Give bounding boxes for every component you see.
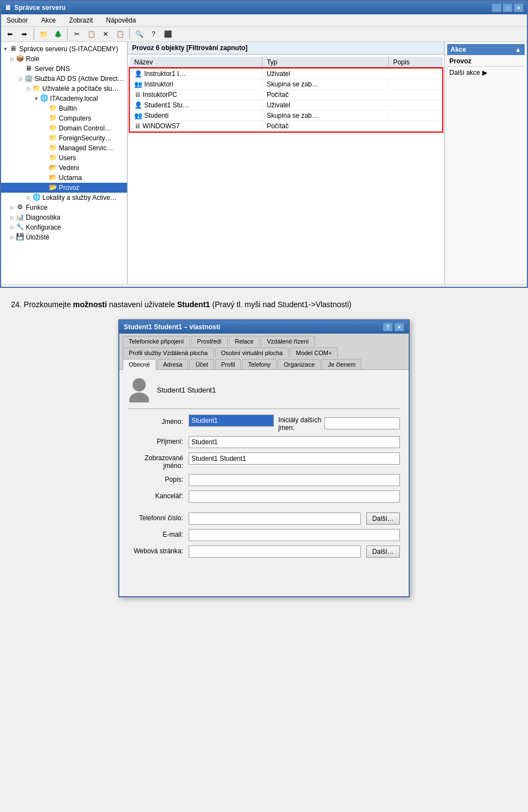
delete-button[interactable]: ✕ bbox=[99, 28, 112, 40]
tree-managed[interactable]: 📁 Managed Servic… bbox=[1, 143, 127, 153]
paste-button[interactable]: 📋 bbox=[113, 28, 127, 40]
search-button[interactable]: 🔍 bbox=[133, 28, 146, 40]
telefon-input[interactable] bbox=[189, 513, 361, 525]
tree-pane: ▼ 🖥 Správce serveru (S-ITACADEMY) ▷ 📦 Ro… bbox=[1, 42, 128, 284]
tree-vedeni[interactable]: 📂 Vedeni bbox=[1, 163, 127, 173]
tree-foreignsecurity[interactable]: 📁 ForeignSecurity… bbox=[1, 133, 127, 143]
tree-builtin[interactable]: 📁 Builtin bbox=[1, 103, 127, 113]
tab-model-com[interactable]: Model COM+ bbox=[290, 347, 338, 358]
table-row[interactable]: 👤 Instruktor1 I… Uživatel bbox=[130, 68, 442, 79]
view-button[interactable]: ⬛ bbox=[161, 28, 174, 40]
kancelar-input[interactable] bbox=[189, 491, 400, 503]
show-scope-button[interactable]: 📁 bbox=[37, 28, 50, 40]
tree-domaincontrol[interactable]: 📁 Domain Control… bbox=[1, 123, 127, 133]
tab-osobni-virtualni-plocha[interactable]: Osobní virtuální plocha bbox=[215, 347, 289, 358]
dns-server-icon: 🖥 bbox=[24, 64, 33, 73]
tab-relace[interactable]: Relace bbox=[229, 336, 260, 346]
table-row[interactable]: 🖥 WINDOWS7 Počítač bbox=[130, 121, 442, 132]
tree-users[interactable]: 📁 Users bbox=[1, 153, 127, 163]
tree-konfigurace[interactable]: ▷ 🔧 Konfigurace bbox=[1, 222, 127, 232]
back-button[interactable]: ⬅ bbox=[3, 28, 16, 40]
tab-vzdalene-rizeni[interactable]: Vzdálené řízení bbox=[261, 336, 315, 346]
cut-button[interactable]: ✂ bbox=[70, 28, 84, 40]
dialog-wrapper: Student1 Student1 – vlastnosti ? × Telef… bbox=[0, 319, 528, 614]
menu-soubor[interactable]: Soubor bbox=[3, 15, 31, 25]
minimize-button[interactable]: _ bbox=[492, 3, 502, 12]
tab-adresa[interactable]: Adresa bbox=[157, 359, 189, 369]
help-button[interactable]: ? bbox=[147, 28, 160, 40]
copy-button[interactable]: 📋 bbox=[85, 28, 98, 40]
col-type[interactable]: Typ bbox=[262, 57, 388, 68]
table-row[interactable]: 👥 Instruktori Skupina se zab… bbox=[130, 79, 442, 90]
dialog-body: Student1 Student1 Jméno: Iniciály dalšíc… bbox=[119, 370, 409, 596]
prijmeni-input[interactable] bbox=[189, 436, 400, 448]
row-name: 👤 Student1 Stu… bbox=[130, 100, 262, 111]
center-header-text: Provoz 6 objekty [Filtrování zapnuto] bbox=[132, 44, 248, 52]
dialog-close-button[interactable]: × bbox=[394, 323, 404, 331]
menu-napoveda[interactable]: Nápověda bbox=[103, 15, 140, 25]
tab-row-1: Telefonické připojení Prostředí Relace V… bbox=[119, 334, 409, 346]
row-desc bbox=[388, 121, 442, 132]
center-pane: Provoz 6 objekty [Filtrování zapnuto] Ná… bbox=[128, 42, 444, 284]
tree-diagnostika[interactable]: ▷ 📊 Diagnostika bbox=[1, 212, 127, 222]
tab-telefony[interactable]: Telefony bbox=[242, 359, 277, 369]
table-row[interactable]: 👤 Student1 Stu… Uživatel bbox=[130, 100, 442, 111]
tab-je-clenem[interactable]: Je členem bbox=[322, 359, 361, 369]
tab-profil[interactable]: Profil bbox=[215, 359, 241, 369]
inicialy-input[interactable] bbox=[324, 417, 400, 429]
tab-telefonicke-pripojeni[interactable]: Telefonické připojení bbox=[123, 336, 190, 346]
title-controls[interactable]: _ □ × bbox=[492, 3, 524, 12]
tab-profil-vzdalena-plocha[interactable]: Profil služby Vzdálená plocha bbox=[123, 347, 214, 358]
tree-root[interactable]: ▼ 🖥 Správce serveru (S-ITACADEMY) bbox=[1, 44, 127, 54]
col-name[interactable]: Název bbox=[130, 57, 262, 68]
tree-uctarna[interactable]: 📂 Uctarna bbox=[1, 173, 127, 183]
svg-point-0 bbox=[133, 378, 146, 391]
col-desc[interactable]: Popis bbox=[388, 57, 442, 68]
tree-domain[interactable]: ▼ 🌐 ITAcademy.local bbox=[1, 94, 127, 103]
tab-obecne[interactable]: Obecné bbox=[123, 359, 156, 370]
web-dalsi-button[interactable]: Další… bbox=[366, 546, 400, 558]
properties-dialog: Student1 Student1 – vlastnosti ? × Telef… bbox=[118, 319, 410, 597]
table-row[interactable]: 👥 Studenti Skupina se zab… bbox=[130, 111, 442, 121]
tree-aduc[interactable]: ▷ 📁 Uživatelé a počítače slu… bbox=[1, 84, 127, 94]
menu-akce[interactable]: Akce bbox=[38, 15, 59, 25]
tree-dns[interactable]: 🖥 Server DNS bbox=[1, 64, 127, 74]
tree-computers[interactable]: 📁 Computers bbox=[1, 113, 127, 123]
email-input[interactable] bbox=[189, 529, 400, 541]
tab-ucet[interactable]: Účet bbox=[189, 359, 214, 369]
dalsi-akce-label: Další akce bbox=[449, 69, 480, 77]
action-dalsi-akce[interactable]: Další akce ▶ bbox=[447, 68, 525, 78]
show-tree-button[interactable]: 🌲 bbox=[51, 28, 64, 40]
dialog-help-button[interactable]: ? bbox=[383, 323, 393, 331]
row-name: 👤 Instruktor1 I… bbox=[130, 68, 262, 79]
dialog-title-text: Student1 Student1 – vlastnosti bbox=[124, 323, 220, 331]
popis-input[interactable] bbox=[189, 474, 400, 486]
maximize-button[interactable]: □ bbox=[503, 3, 513, 12]
tab-row-3: Obecné Adresa Účet Profil Telefony Organ… bbox=[119, 358, 409, 370]
tree-funkce[interactable]: ▷ ⚙ Funkce bbox=[1, 203, 127, 212]
tab-organizace[interactable]: Organizace bbox=[278, 359, 321, 369]
telefon-dalsi-button[interactable]: Další… bbox=[366, 513, 400, 525]
close-button[interactable]: × bbox=[514, 3, 524, 12]
web-input[interactable] bbox=[189, 546, 361, 558]
tab-prostredi[interactable]: Prostředí bbox=[191, 336, 228, 346]
tree-provoz[interactable]: 📂 Provoz bbox=[1, 183, 127, 193]
row-name: 👥 Studenti bbox=[130, 111, 262, 121]
forward-button[interactable]: ➡ bbox=[18, 28, 31, 40]
tree-adds[interactable]: ▷ 🏢 Služba AD DS (Active Direct… bbox=[1, 74, 127, 84]
sites-expand-icon: ▷ bbox=[25, 195, 32, 200]
row-desc bbox=[388, 68, 442, 79]
tree-role[interactable]: ▷ 📦 Role bbox=[1, 54, 127, 64]
app-icon: 🖥 bbox=[4, 4, 11, 12]
table-row[interactable]: 🖥 InstuktorPC Počítač bbox=[130, 90, 442, 100]
zobrazovane-field bbox=[189, 453, 400, 465]
zobrazovane-input[interactable] bbox=[189, 453, 400, 465]
tree-sites[interactable]: ▷ 🌐 Lokality a služby Active… bbox=[1, 193, 127, 203]
dialog-title-controls[interactable]: ? × bbox=[383, 323, 404, 331]
menu-zobrazit[interactable]: Zobrazit bbox=[65, 15, 96, 25]
tree-dns-label: Server DNS bbox=[35, 65, 70, 73]
tree-uloziste[interactable]: ▷ 💾 Úložiště bbox=[1, 232, 127, 242]
jmeno-input[interactable] bbox=[189, 415, 274, 427]
action-section-provoz: Provoz bbox=[447, 55, 525, 67]
foreignsecurity-icon: 📁 bbox=[48, 134, 57, 143]
